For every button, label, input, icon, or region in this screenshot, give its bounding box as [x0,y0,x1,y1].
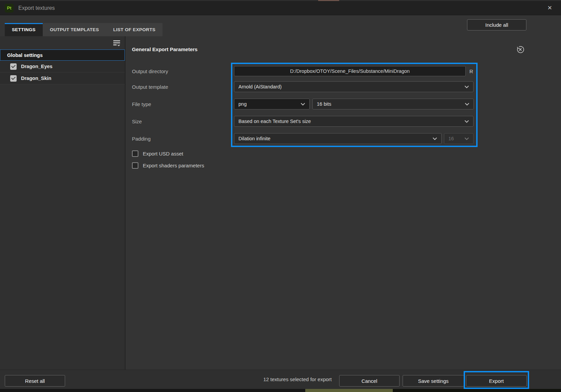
reset-settings-icon[interactable] [516,45,525,55]
background-viewport-patch [305,389,393,392]
global-settings-label: Global settings [7,53,43,58]
padding-row: Padding Dilation infinite 16 [132,133,561,144]
sort-filter-icon[interactable] [113,39,120,48]
dialog-footer: Reset all 12 textures selected for expor… [0,370,561,389]
tab-list-of-exports[interactable]: LIST OF EXPORTS [106,23,163,36]
cancel-button[interactable]: Cancel [339,375,400,387]
export-button[interactable]: Export [466,375,527,387]
padding-label: Padding [132,136,234,142]
chevron-down-icon [465,103,469,106]
dialog-header: SETTINGS OUTPUT TEMPLATES LIST OF EXPORT… [0,15,561,36]
output-directory-row: Output directory R [132,66,561,76]
export-status-text: 12 textures selected for export [263,376,332,382]
tab-bar: SETTINGS OUTPUT TEMPLATES LIST OF EXPORT… [5,23,162,36]
sidebar-item-dragon-skin[interactable]: Dragon_Skin [0,73,125,84]
file-type-label: File type [132,101,234,107]
window-title-bar: Pt Export textures ✕ [0,1,561,15]
tab-output-templates[interactable]: OUTPUT TEMPLATES [43,23,106,36]
sidebar-item-dragon-eyes[interactable]: Dragon_Eyes [0,61,125,73]
export-shaders-parameters-checkbox[interactable] [132,162,138,169]
chevron-down-icon [464,85,469,88]
bit-depth-value: 16 bits [317,101,461,107]
export-usd-asset-row[interactable]: Export USD asset [132,150,183,157]
chevron-down-icon [464,120,469,123]
bit-depth-select[interactable]: 16 bits [312,99,474,109]
painter-app-icon: Pt [5,4,14,13]
size-label: Size [132,119,234,124]
output-template-value: Arnold (AiStandard) [238,84,461,89]
size-select[interactable]: Based on each Texture Set's size [234,116,473,127]
dragon-skin-checkbox[interactable] [10,75,17,82]
background-app-bottom-strip [0,389,561,392]
chevron-down-icon [301,103,305,106]
texture-set-list: Global settings Dragon_Eyes Dragon_Skin [0,49,125,84]
output-template-label: Output template [132,84,234,90]
sidebar-item-global-settings[interactable]: Global settings [0,49,125,61]
chevron-down-icon [432,137,437,140]
dilation-width-value: 16 [448,136,461,141]
export-usd-asset-label: Export USD asset [143,151,183,157]
chevron-down-icon [464,137,469,140]
close-icon[interactable]: ✕ [545,4,554,12]
window-title: Export textures [18,5,55,11]
dialog-content: Global settings Dragon_Eyes Dragon_Skin … [0,36,561,370]
section-title: General Export Parameters [132,46,197,52]
export-usd-asset-checkbox[interactable] [132,150,138,157]
size-row: Size Based on each Texture Set's size [132,116,561,127]
include-all-button[interactable]: Include all [467,19,526,30]
output-directory-input[interactable] [234,66,466,76]
dilation-width-select: 16 [444,133,473,144]
padding-value: Dilation infinite [238,136,429,141]
texture-set-sidebar: Global settings Dragon_Eyes Dragon_Skin [0,36,125,370]
general-export-parameters-panel: General Export Parameters Output directo… [125,36,561,370]
tab-settings[interactable]: SETTINGS [5,23,43,36]
screen: Pt Export textures ✕ SETTINGS OUTPUT TEM… [0,0,561,392]
export-textures-dialog: Pt Export textures ✕ SETTINGS OUTPUT TEM… [0,1,561,389]
file-type-row: File type png 16 bits [132,99,561,109]
size-value: Based on each Texture Set's size [238,119,461,124]
background-dark-patch [393,389,561,392]
file-format-value: png [238,101,297,107]
reset-all-button[interactable]: Reset all [5,375,65,387]
dragon-skin-label: Dragon_Skin [21,76,51,81]
save-settings-button[interactable]: Save settings [403,375,464,387]
dragon-eyes-checkbox[interactable] [10,63,17,70]
output-directory-label: Output directory [132,68,234,74]
r-badge[interactable]: R [469,68,473,74]
dragon-eyes-label: Dragon_Eyes [21,64,53,69]
output-template-select[interactable]: Arnold (AiStandard) [234,81,473,92]
output-template-row: Output template Arnold (AiStandard) [132,81,561,92]
export-shaders-parameters-label: Export shaders parameters [143,163,204,168]
export-shaders-parameters-row[interactable]: Export shaders parameters [132,162,204,169]
file-format-select[interactable]: png [234,99,310,109]
padding-select[interactable]: Dilation infinite [234,133,442,144]
